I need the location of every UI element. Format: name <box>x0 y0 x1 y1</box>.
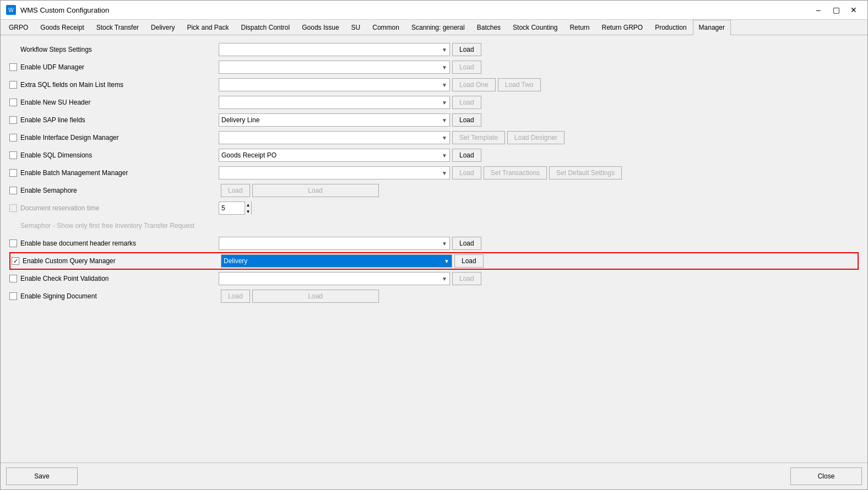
btn-group-enable-custom-query: Load <box>454 254 484 268</box>
dropdown-extra-sql[interactable]: ▼ <box>219 78 450 91</box>
checkbox-enable-sap-line[interactable] <box>9 116 17 124</box>
maximize-button[interactable]: ▢ <box>828 4 844 16</box>
label-enable-custom-query: Enable Custom Query Manager <box>12 257 221 265</box>
btn-enable-custom-query-0[interactable]: Load <box>454 254 484 268</box>
title-bar: W WMS Custom Configuration – ▢ ✕ <box>1 1 867 20</box>
row-extra-sql: Extra SQL fields on Main List Items▼Load… <box>9 76 859 94</box>
tab-pick-and-pack[interactable]: Pick and Pack <box>181 20 235 35</box>
btn-enable-signing-0[interactable]: Load <box>221 290 250 303</box>
checkbox-enable-checkpoint[interactable] <box>9 275 17 282</box>
dropdown-enable-udf[interactable]: ▼ <box>219 61 450 74</box>
btn-enable-semaphore-0[interactable]: Load <box>252 184 379 197</box>
dropdown-workflow-steps[interactable]: ▼ <box>219 43 450 56</box>
checkbox-enable-udf[interactable] <box>9 63 17 71</box>
btn-enable-semaphore-0[interactable]: Load <box>221 184 250 197</box>
dropdown-enable-checkpoint[interactable]: ▼ <box>219 272 450 285</box>
row-enable-udf: Enable UDF Manager▼Load <box>9 58 859 76</box>
btn-enable-signing-0[interactable]: Load <box>252 290 379 303</box>
label-text-enable-custom-query: Enable Custom Query Manager <box>23 257 116 265</box>
app-icon: W <box>6 5 16 15</box>
content-area: Workflow Steps Settings▼LoadEnable UDF M… <box>1 35 867 462</box>
btn-group-enable-signing: Load <box>252 290 379 303</box>
btn-workflow-steps-0[interactable]: Load <box>452 43 481 56</box>
label-text-enable-base-doc: Enable base document header remarks <box>20 239 136 247</box>
tab-production[interactable]: Production <box>649 20 692 35</box>
window-title: WMS Custom Configuration <box>20 6 806 14</box>
tabs-bar: GRPOGoods ReceiptStock TransferDeliveryP… <box>1 20 867 35</box>
checkbox-extra-sql[interactable] <box>9 81 17 89</box>
checkbox-doc-reservation[interactable] <box>9 204 17 212</box>
checkbox-enable-sql-dim[interactable] <box>9 151 17 159</box>
btn-enable-base-doc-0[interactable]: Load <box>452 237 481 250</box>
spinbox-down-doc-reservation[interactable]: ▼ <box>245 208 251 215</box>
tab-manager[interactable]: Manager <box>693 20 731 35</box>
checkbox-enable-batch[interactable] <box>9 169 17 177</box>
tab-dispatch-control[interactable]: Dispatch Control <box>235 20 296 35</box>
tab-scanning--general[interactable]: Scanning: general <box>405 20 471 35</box>
btn-enable-batch-2[interactable]: Set Default Settings <box>549 166 622 179</box>
tab-return-grpo[interactable]: Return GRPO <box>595 20 649 35</box>
dropdown-enable-batch[interactable]: ▼ <box>219 166 450 179</box>
btn-enable-new-su-0[interactable]: Load <box>452 96 481 109</box>
label-text-enable-checkpoint: Enable Check Point Validation <box>20 275 109 282</box>
tab-common[interactable]: Common <box>366 20 405 35</box>
dropdown-enable-base-doc[interactable]: ▼ <box>219 237 450 250</box>
label-enable-semaphore: Enable Semaphore <box>9 187 219 194</box>
checkbox-enable-new-su[interactable] <box>9 99 17 106</box>
tab-stock-transfer[interactable]: Stock Transfer <box>90 20 145 35</box>
row-enable-sql-dim: Enable SQL DimensionsGoods Receipt PO▼Lo… <box>9 146 859 164</box>
spinbox-input-doc-reservation[interactable] <box>219 204 245 212</box>
label-enable-base-doc: Enable base document header remarks <box>9 239 219 247</box>
minimize-button[interactable]: – <box>810 4 827 16</box>
btn-enable-sap-line-0[interactable]: Load <box>452 113 481 127</box>
tab-batches[interactable]: Batches <box>471 20 507 35</box>
label-text-enable-sap-line: Enable SAP line fields <box>20 116 85 124</box>
label-extra-sql: Extra SQL fields on Main List Items <box>9 81 219 89</box>
tab-delivery[interactable]: Delivery <box>145 20 181 35</box>
row-enable-custom-query: Enable Custom Query ManagerDelivery▼Load <box>9 252 859 270</box>
label-text-doc-reservation: Document reservation time <box>20 204 99 212</box>
label-enable-batch: Enable Batch Management Manager <box>9 169 219 177</box>
label-text-enable-sql-dim: Enable SQL Dimensions <box>20 151 92 159</box>
tab-grpo[interactable]: GRPO <box>3 20 34 35</box>
btn-enable-batch-1[interactable]: Set Transactions <box>484 166 547 179</box>
spinbox-up-doc-reservation[interactable]: ▲ <box>245 202 251 208</box>
tab-goods-issue[interactable]: Goods Issue <box>296 20 345 35</box>
row-enable-checkpoint: Enable Check Point Validation▼Load <box>9 270 859 287</box>
btn-group-enable-semaphore: Load <box>221 184 250 197</box>
checkbox-enable-custom-query[interactable] <box>12 257 19 265</box>
tab-stock-counting[interactable]: Stock Counting <box>507 20 563 35</box>
checkbox-enable-signing[interactable] <box>9 292 17 300</box>
btn-enable-udf-0[interactable]: Load <box>452 61 481 74</box>
btn-extra-sql-0[interactable]: Load One <box>452 78 496 91</box>
dropdown-enable-custom-query[interactable]: Delivery▼ <box>221 254 452 268</box>
dropdown-enable-interface[interactable]: ▼ <box>219 131 450 144</box>
checkbox-enable-base-doc[interactable] <box>9 239 17 247</box>
close-button-footer[interactable]: Close <box>790 467 862 485</box>
btn-group-enable-semaphore: Load <box>252 184 379 197</box>
dropdown-enable-sql-dim[interactable]: Goods Receipt PO▼ <box>219 149 450 162</box>
dropdown-arrow-enable-new-su: ▼ <box>442 100 447 106</box>
btn-enable-sql-dim-0[interactable]: Load <box>452 149 481 162</box>
btn-enable-batch-0[interactable]: Load <box>452 166 481 179</box>
tab-goods-receipt[interactable]: Goods Receipt <box>34 20 90 35</box>
btn-enable-interface-1[interactable]: Load Designer <box>507 131 565 144</box>
checkbox-enable-interface[interactable] <box>9 134 17 141</box>
btn-enable-interface-0[interactable]: Set Template <box>452 131 505 144</box>
dropdown-enable-new-su[interactable]: ▼ <box>219 96 450 109</box>
btn-enable-checkpoint-0[interactable]: Load <box>452 272 481 285</box>
btn-extra-sql-1[interactable]: Load Two <box>498 78 541 91</box>
save-button[interactable]: Save <box>6 467 78 485</box>
dropdown-arrow-workflow-steps: ▼ <box>442 47 447 53</box>
tab-return[interactable]: Return <box>563 20 595 35</box>
dropdown-arrow-enable-base-doc: ▼ <box>442 241 447 247</box>
row-workflow-steps: Workflow Steps Settings▼Load <box>9 41 859 58</box>
label-enable-checkpoint: Enable Check Point Validation <box>9 275 219 282</box>
btn-group-extra-sql: Load OneLoad Two <box>452 78 541 91</box>
label-text-enable-semaphore: Enable Semaphore <box>20 187 77 194</box>
label-text-enable-signing: Enable Signing Document <box>20 292 97 300</box>
close-button[interactable]: ✕ <box>845 4 862 16</box>
tab-su[interactable]: SU <box>345 20 367 35</box>
checkbox-enable-semaphore[interactable] <box>9 187 17 194</box>
dropdown-enable-sap-line[interactable]: Delivery Line▼ <box>219 113 450 127</box>
